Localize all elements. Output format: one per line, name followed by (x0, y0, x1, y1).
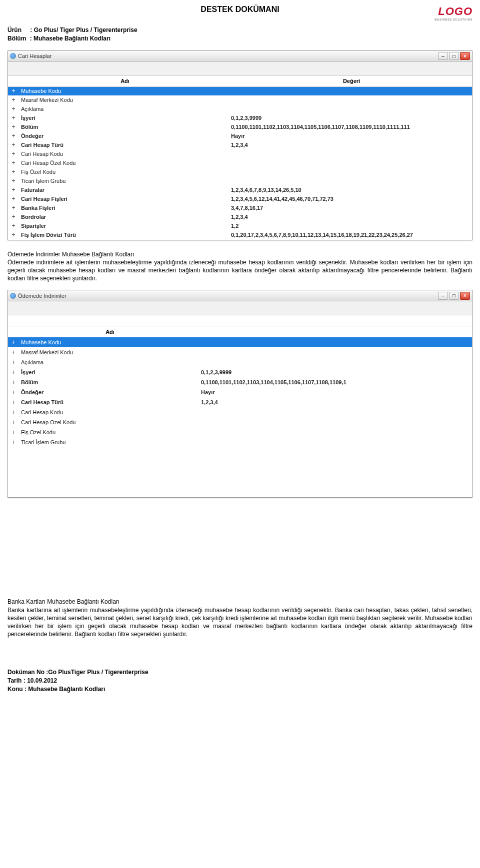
row-name: Muhasebe Kodu (19, 339, 199, 345)
footer-docno-value: Go PlusTiger Plus / Tigerenterprise (48, 669, 148, 676)
maximize-button[interactable]: □ (449, 292, 459, 300)
row-name: Öndeğer (19, 389, 199, 395)
row-name: Ticari İşlem Grubu (19, 439, 199, 445)
footer-date-value: 10.09.2012 (27, 677, 57, 684)
expand-icon[interactable]: + (8, 123, 19, 130)
row-name: Öndeğer (19, 133, 229, 139)
expand-icon[interactable]: + (8, 339, 19, 346)
table-row[interactable]: +Siparişler1,2 (8, 222, 472, 231)
footer-docno-label: Doküman No : (8, 669, 48, 676)
app-icon (10, 293, 16, 299)
close-button[interactable]: × (460, 52, 470, 60)
row-value: 0,1100,1101,1102,1103,1104,1105,1106,110… (229, 124, 472, 130)
section-banka-kartlari: Banka Kartları Muhasebe Bağlantı Kodları… (8, 598, 472, 638)
table-row[interactable]: +Masraf Merkezi Kodu (8, 347, 472, 357)
expand-icon[interactable]: + (8, 141, 19, 148)
titlebar: Ödemede İndirimler – □ × (8, 290, 472, 301)
table-row[interactable]: +Açıklama (8, 357, 472, 367)
table-row[interactable]: +Muhasebe Kodu (8, 87, 472, 96)
expand-icon[interactable]: + (8, 409, 19, 416)
doc-footer: Doküman No :Go PlusTiger Plus / Tigerent… (8, 668, 472, 693)
table-row[interactable]: +Fiş Özel Kodu (8, 427, 472, 437)
table-row[interactable]: +Cari Hesap Özel Kodu (8, 417, 472, 427)
expand-icon[interactable]: + (8, 132, 19, 139)
table-row[interactable]: +Bölüm0,1100,1101,1102,1103,1104,1105,11… (8, 377, 472, 387)
expand-icon[interactable]: + (8, 204, 19, 211)
expand-icon[interactable]: + (8, 186, 19, 193)
table-row[interactable]: +İşyeri0,1,2,3,9999 (8, 114, 472, 123)
table-row[interactable]: +Cari Hesap Fişleri1,2,3,4,5,6,12,14,41,… (8, 195, 472, 204)
table-row[interactable]: +Ticari İşlem Grubu (8, 437, 472, 447)
expand-icon[interactable]: + (8, 359, 19, 366)
expand-icon[interactable]: + (8, 213, 19, 220)
expand-icon[interactable]: + (8, 105, 19, 112)
row-name: Bordrolar (19, 214, 229, 220)
table-row[interactable]: +Açıklama (8, 105, 472, 114)
expand-icon[interactable]: + (8, 379, 19, 386)
row-name: İşyeri (19, 115, 229, 121)
expand-icon[interactable]: + (8, 177, 19, 184)
expand-icon[interactable]: + (8, 231, 19, 238)
grid-header: Adı Değeri (8, 76, 472, 87)
maximize-button[interactable]: □ (449, 52, 459, 60)
table-row[interactable]: +Bölüm0,1100,1101,1102,1103,1104,1105,11… (8, 123, 472, 132)
row-name: Cari Hesap Kodu (19, 151, 229, 157)
section-text: Ödemede indirimlere ait işlemlerin muhas… (8, 258, 472, 283)
row-name: Fiş İşlem Dövizi Türü (19, 232, 229, 238)
expand-icon[interactable]: + (8, 389, 19, 396)
expand-icon[interactable]: + (8, 349, 19, 356)
titlebar: Cari Hesaplar – □ × (8, 51, 472, 62)
expand-icon[interactable]: + (8, 419, 19, 426)
expand-icon[interactable]: + (8, 87, 19, 94)
expand-icon[interactable]: + (8, 114, 19, 121)
table-row[interactable]: +Banka Fişleri3,4,7,8,16,17 (8, 204, 472, 213)
row-name: Siparişler (19, 223, 229, 229)
table-row[interactable]: +Fiş İşlem Dövizi Türü0,1,20,17,2,3,4,5,… (8, 231, 472, 240)
row-value: 1,2,3,4 (229, 142, 472, 148)
doc-meta: Ürün : Go Plus/ Tiger Plus / Tigerenterp… (8, 26, 472, 43)
table-row[interactable]: +Cari Hesap Kodu (8, 407, 472, 417)
row-name: İşyeri (19, 369, 199, 375)
meta-bolum-value: : Muhasebe Bağlantı Kodları (30, 35, 110, 42)
row-value: 1,2,3,4 (229, 214, 472, 220)
expand-icon[interactable]: + (8, 369, 19, 376)
expand-icon[interactable]: + (8, 96, 19, 103)
page-header: DESTEK DOKÜMANI LOGO BUSINESS SOLUTIONS (8, 5, 472, 21)
table-row[interactable]: +İşyeri0,1,2,3,9999 (8, 367, 472, 377)
table-row[interactable]: +Cari Hesap Türü1,2,3,4 (8, 397, 472, 407)
row-name: Faturalar (19, 187, 229, 193)
row-name: Cari Hesap Fişleri (19, 196, 229, 202)
minimize-button[interactable]: – (438, 292, 448, 300)
close-button[interactable]: × (460, 292, 470, 300)
expand-icon[interactable]: + (8, 195, 19, 202)
meta-urun-value: : Go Plus/ Tiger Plus / Tigerenterprise (30, 26, 137, 33)
logo-brand: LOGO (412, 5, 472, 18)
row-value: 3,4,7,8,16,17 (229, 205, 472, 211)
expand-icon[interactable]: + (8, 439, 19, 446)
toolbar (8, 301, 472, 315)
expand-icon[interactable]: + (8, 159, 19, 166)
expand-icon[interactable]: + (8, 429, 19, 436)
expand-icon[interactable]: + (8, 222, 19, 229)
expand-icon[interactable]: + (8, 168, 19, 175)
table-row[interactable]: +Cari Hesap Türü1,2,3,4 (8, 141, 472, 150)
row-value: 1,2 (229, 223, 472, 229)
table-row[interactable]: +Bordrolar1,2,3,4 (8, 213, 472, 222)
table-row[interactable]: +Masraf Merkezi Kodu (8, 96, 472, 105)
row-name: Fiş Özel Kodu (19, 169, 229, 175)
table-row[interactable]: +ÖndeğerHayır (8, 132, 472, 141)
expand-icon[interactable]: + (8, 150, 19, 157)
table-row[interactable]: +Ticari İşlem Grubu (8, 177, 472, 186)
minimize-button[interactable]: – (438, 52, 448, 60)
table-row[interactable]: +Cari Hesap Özel Kodu (8, 159, 472, 168)
toolbar (8, 62, 472, 76)
expand-icon[interactable]: + (8, 399, 19, 406)
row-value: 0,1,2,3,9999 (199, 369, 472, 375)
table-row[interactable]: +Fiş Özel Kodu (8, 168, 472, 177)
table-row[interactable]: +Faturalar1,2,3,4,6,7,8,9,13,14,26,5,10 (8, 186, 472, 195)
table-row[interactable]: +Muhasebe Kodu (8, 337, 472, 347)
meta-urun-label: Ürün (8, 26, 22, 33)
table-row[interactable]: +Cari Hesap Kodu (8, 150, 472, 159)
table-row[interactable]: +ÖndeğerHayır (8, 387, 472, 397)
row-name: Açıklama (19, 359, 199, 365)
